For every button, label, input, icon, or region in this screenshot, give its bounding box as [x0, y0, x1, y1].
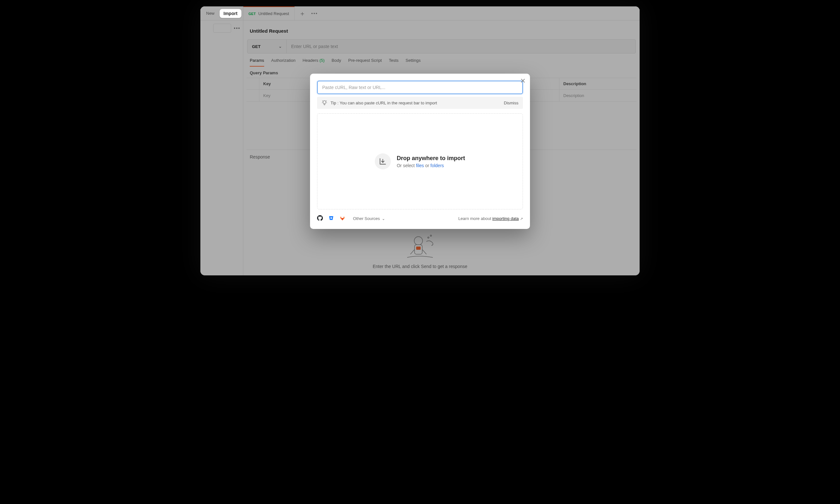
- other-sources-label: Other Sources: [353, 216, 380, 221]
- close-button[interactable]: [520, 78, 526, 85]
- import-paste-input[interactable]: [317, 81, 523, 94]
- import-modal: Tip : You can also paste cURL in the req…: [310, 74, 530, 229]
- learn-prefix: Learn more about: [458, 216, 492, 221]
- select-folders-link[interactable]: folders: [431, 163, 444, 168]
- drop-text: Drop anywhere to import Or select files …: [397, 155, 465, 168]
- tip-bar: Tip : You can also paste cURL in the req…: [317, 97, 523, 109]
- learn-link[interactable]: importing data: [493, 216, 519, 221]
- modal-footer: Other Sources ⌄ Learn more about importi…: [317, 215, 523, 222]
- chevron-down-icon: ⌄: [382, 216, 385, 221]
- drop-title: Drop anywhere to import: [397, 155, 465, 162]
- select-files-link[interactable]: files: [416, 163, 424, 168]
- close-icon: [520, 78, 526, 83]
- source-icons: Other Sources ⌄: [317, 215, 385, 222]
- bitbucket-icon[interactable]: [329, 216, 334, 221]
- dismiss-button[interactable]: Dismiss: [504, 101, 519, 105]
- import-button[interactable]: Import: [220, 9, 241, 18]
- other-sources-button[interactable]: Other Sources ⌄: [353, 216, 385, 221]
- github-icon[interactable]: [317, 215, 323, 222]
- external-link-icon: ↗: [520, 217, 523, 221]
- drop-or: or: [424, 163, 430, 168]
- gitlab-icon[interactable]: [340, 215, 345, 222]
- import-icon: [375, 154, 391, 169]
- drop-sub-prefix: Or select: [397, 163, 416, 168]
- app-window: New Import GET Untitled Request ＋ ••• ••…: [200, 6, 640, 275]
- lightbulb-icon: [322, 100, 327, 106]
- tip-text: Tip : You can also paste cURL in the req…: [330, 101, 437, 105]
- learn-more: Learn more about importing data↗: [458, 216, 523, 221]
- import-dropzone[interactable]: Drop anywhere to import Or select files …: [317, 113, 523, 210]
